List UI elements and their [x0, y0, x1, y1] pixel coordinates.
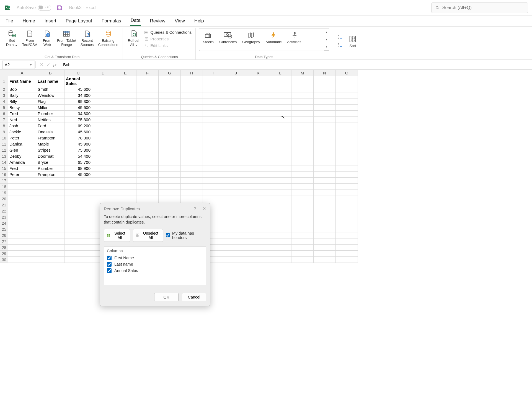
- cell-N2[interactable]: [314, 86, 336, 92]
- sort-button[interactable]: AZZASort: [345, 33, 360, 49]
- cell-J6[interactable]: [225, 111, 247, 117]
- cell-I5[interactable]: [203, 105, 225, 111]
- cell-M27[interactable]: [291, 238, 314, 245]
- from-csv-button[interactable]: From Text/CSV: [20, 28, 39, 48]
- cell-G14[interactable]: [159, 159, 181, 165]
- cell-O1[interactable]: [336, 76, 358, 86]
- cell-D14[interactable]: [92, 159, 114, 165]
- col-header-C[interactable]: C: [64, 70, 92, 76]
- cell-M10[interactable]: [291, 135, 314, 141]
- cell-B30[interactable]: [36, 257, 64, 263]
- cell-J29[interactable]: [225, 251, 247, 257]
- cell-N26[interactable]: [314, 232, 336, 238]
- cell-C8[interactable]: 69,200: [64, 123, 92, 129]
- cell-O7[interactable]: [336, 117, 358, 123]
- cell-E8[interactable]: [114, 123, 136, 129]
- cell-N27[interactable]: [314, 238, 336, 245]
- cell-A27[interactable]: [8, 238, 36, 245]
- cell-H6[interactable]: [181, 111, 203, 117]
- cell-M12[interactable]: [291, 147, 314, 153]
- col-header-D[interactable]: D: [92, 70, 114, 76]
- cell-I14[interactable]: [203, 159, 225, 165]
- cell-G17[interactable]: [159, 178, 181, 184]
- cell-N6[interactable]: [314, 111, 336, 117]
- row-header-3[interactable]: 3: [0, 92, 8, 98]
- cell-H13[interactable]: [181, 153, 203, 159]
- cell-O14[interactable]: [336, 159, 358, 165]
- cell-B18[interactable]: [36, 184, 64, 190]
- cell-C24[interactable]: [64, 220, 92, 226]
- cell-A9[interactable]: Jackie: [8, 129, 36, 135]
- cell-N16[interactable]: [314, 172, 336, 178]
- cell-K7[interactable]: [247, 117, 269, 123]
- cell-C15[interactable]: 68,900: [64, 165, 92, 172]
- cell-K15[interactable]: [247, 165, 269, 172]
- cell-G9[interactable]: [159, 129, 181, 135]
- cell-J8[interactable]: [225, 123, 247, 129]
- row-header-8[interactable]: 8: [0, 123, 8, 129]
- search-input[interactable]: [442, 5, 524, 10]
- cell-D4[interactable]: [92, 98, 114, 105]
- cell-K2[interactable]: [247, 86, 269, 92]
- cell-N9[interactable]: [314, 129, 336, 135]
- cell-F7[interactable]: [136, 117, 159, 123]
- cell-L7[interactable]: [269, 117, 291, 123]
- cell-L24[interactable]: [269, 220, 291, 226]
- cell-K25[interactable]: [247, 226, 269, 232]
- cell-F20[interactable]: [136, 196, 159, 202]
- cell-N7[interactable]: [314, 117, 336, 123]
- name-box[interactable]: A2▼: [2, 61, 35, 69]
- cell-M22[interactable]: [291, 208, 314, 214]
- tab-help[interactable]: Help: [194, 17, 205, 25]
- cell-N24[interactable]: [314, 220, 336, 226]
- cell-O16[interactable]: [336, 172, 358, 178]
- cell-A20[interactable]: [8, 196, 36, 202]
- cell-M24[interactable]: [291, 220, 314, 226]
- col-header-E[interactable]: E: [114, 70, 136, 76]
- tab-page-layout[interactable]: Page Layout: [65, 17, 92, 25]
- cell-K6[interactable]: [247, 111, 269, 117]
- cancel-button[interactable]: Cancel: [182, 293, 206, 301]
- cell-O2[interactable]: [336, 86, 358, 92]
- cell-B1[interactable]: Last name: [36, 76, 64, 86]
- cell-A25[interactable]: [8, 226, 36, 232]
- save-icon[interactable]: [56, 4, 63, 11]
- cell-M8[interactable]: [291, 123, 314, 129]
- cell-F17[interactable]: [136, 178, 159, 184]
- col-header-L[interactable]: L: [269, 70, 291, 76]
- headers-checkbox-row[interactable]: My data has headers: [166, 231, 206, 240]
- cell-C11[interactable]: 45,900: [64, 141, 92, 147]
- cell-D12[interactable]: [92, 147, 114, 153]
- get-data-button[interactable]: Get Data ⌄: [4, 28, 19, 48]
- cell-L29[interactable]: [269, 251, 291, 257]
- cell-M4[interactable]: [291, 98, 314, 105]
- cell-L10[interactable]: [269, 135, 291, 141]
- cell-H17[interactable]: [181, 178, 203, 184]
- cell-L14[interactable]: [269, 159, 291, 165]
- cell-A21[interactable]: [8, 202, 36, 208]
- cell-K30[interactable]: [247, 257, 269, 263]
- automatic-type[interactable]: Automatic: [264, 30, 283, 45]
- cell-D11[interactable]: [92, 141, 114, 147]
- select-all-button[interactable]: SSelect Allelect All: [104, 229, 130, 242]
- cell-L3[interactable]: [269, 92, 291, 98]
- cell-I12[interactable]: [203, 147, 225, 153]
- cell-N21[interactable]: [314, 202, 336, 208]
- cell-L27[interactable]: [269, 238, 291, 245]
- cell-F8[interactable]: [136, 123, 159, 129]
- cell-O24[interactable]: [336, 220, 358, 226]
- cell-C13[interactable]: 54,400: [64, 153, 92, 159]
- cell-J9[interactable]: [225, 129, 247, 135]
- cell-A17[interactable]: [8, 178, 36, 184]
- cell-I3[interactable]: [203, 92, 225, 98]
- cell-C10[interactable]: 78,300: [64, 135, 92, 141]
- cell-M21[interactable]: [291, 202, 314, 208]
- cell-C29[interactable]: [64, 251, 92, 257]
- column-item-1[interactable]: Last name: [107, 261, 203, 268]
- cell-D8[interactable]: [92, 123, 114, 129]
- cell-O27[interactable]: [336, 238, 358, 245]
- cell-G4[interactable]: [159, 98, 181, 105]
- row-header-18[interactable]: 18: [0, 184, 8, 190]
- cell-J2[interactable]: [225, 86, 247, 92]
- cell-E10[interactable]: [114, 135, 136, 141]
